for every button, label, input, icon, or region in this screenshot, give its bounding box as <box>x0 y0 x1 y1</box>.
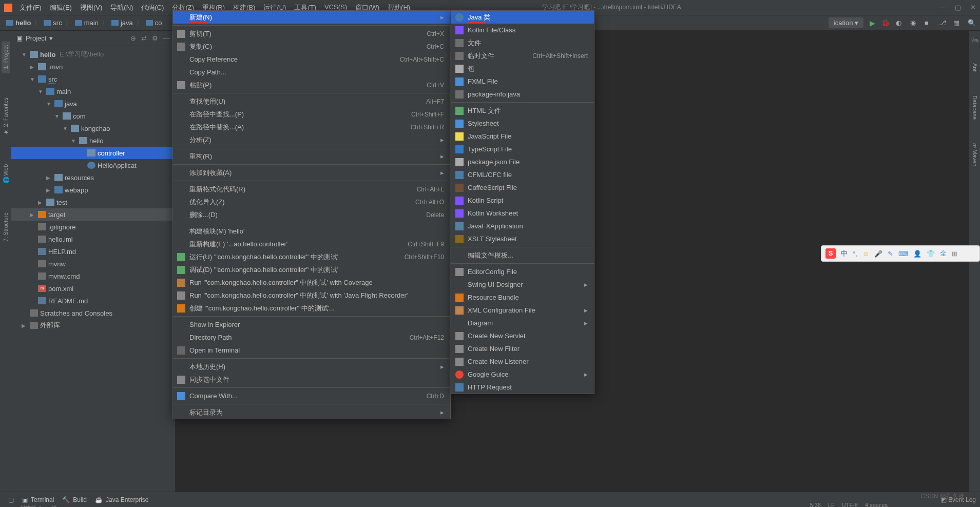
cm2-filter[interactable]: Create New Filter <box>451 342 594 355</box>
cm2-diagram[interactable]: Diagram▸ <box>451 317 594 329</box>
cm2-edittemplates[interactable]: 编辑文件模板... <box>451 249 594 262</box>
ant-icon[interactable]: 🐜 <box>971 36 979 44</box>
ime-shirt-icon[interactable]: 👕 <box>927 250 935 258</box>
cm2-fxml[interactable]: FXML File <box>451 75 594 88</box>
crumb-src[interactable]: src <box>42 19 64 27</box>
ime-grid-icon[interactable]: ⊞ <box>952 250 957 258</box>
tree-root[interactable]: ▼helloE:\学习吧\hello <box>11 48 175 61</box>
cm-runjfr[interactable]: Run '"com.kongchao.hello.controller" 中的测… <box>173 289 450 302</box>
crumb-hello[interactable]: hello <box>4 19 33 27</box>
tab-project[interactable]: 1: Project <box>2 41 10 73</box>
cm2-javascript[interactable]: JavaScript File <box>451 130 594 143</box>
minimize-icon[interactable]: — <box>939 4 946 11</box>
tree-webapp[interactable]: ▶webapp <box>11 184 175 196</box>
tree-gitignore[interactable]: .gitignore <box>11 221 175 233</box>
gear-icon[interactable]: ⚙ <box>152 34 158 42</box>
tree-resources[interactable]: ▶resources <box>11 171 175 184</box>
ime-user-icon[interactable]: 👤 <box>913 250 921 258</box>
sogou-icon[interactable]: S <box>825 248 836 259</box>
tab-structure[interactable]: 7: Structure <box>2 208 10 246</box>
ime-full-icon[interactable]: 全 <box>940 249 947 258</box>
sb-build[interactable]: 🔨 Build <box>58 496 91 503</box>
cm-sync[interactable]: 同步选中文件 <box>173 373 450 386</box>
vcs-icon[interactable]: ⎇ <box>939 19 947 27</box>
ime-keyboard-icon[interactable]: ⌨ <box>898 250 908 258</box>
cm-rebuild[interactable]: 重新构建(E) '...ao.hello.controller'Ctrl+Shi… <box>173 238 450 250</box>
cm-delete[interactable]: 删除...(D)Delete <box>173 208 450 221</box>
stop-icon[interactable]: ■ <box>925 19 933 27</box>
cm2-swing[interactable]: Swing UI Designer▸ <box>451 278 594 291</box>
cm-cut[interactable]: 剪切(T)Ctrl+X <box>173 27 450 40</box>
tree-mvnw[interactable]: mvnw <box>11 258 175 270</box>
cm2-kotlin[interactable]: Kotlin File/Class <box>451 24 594 36</box>
profiler-icon[interactable]: ◉ <box>910 19 918 27</box>
cm-buildmodule[interactable]: 构建模块(M) 'hello' <box>173 225 450 238</box>
menu-navigate[interactable]: 导航(N) <box>107 2 136 13</box>
debug-icon[interactable]: 🐞 <box>881 19 890 27</box>
tree-helpmd[interactable]: HELP.md <box>11 245 175 258</box>
cm-dirpath[interactable]: Directory PathCtrl+Alt+F12 <box>173 331 450 344</box>
cm-optimize[interactable]: 优化导入(Z)Ctrl+Alt+O <box>173 196 450 208</box>
cm-run[interactable]: 运行(U) '"com.kongchao.hello.controller" 中… <box>173 250 450 263</box>
cm2-javaclass[interactable]: Java 类 <box>451 11 594 24</box>
cm2-resbundle[interactable]: Resource Bundle <box>451 291 594 304</box>
tree-iml[interactable]: hello.iml <box>11 233 175 245</box>
cm2-listener[interactable]: Create New Listener <box>451 355 594 368</box>
tree-helloapp[interactable]: HelloApplicat <box>11 159 175 171</box>
cm2-packagejson[interactable]: package.json File <box>451 155 594 168</box>
sb-lineending[interactable]: LF <box>828 502 835 507</box>
tree-readme[interactable]: README.md <box>11 295 175 307</box>
tab-favorites[interactable]: ★ 2: Favorites <box>1 93 10 140</box>
tree-scratches[interactable]: Scratches and Consoles <box>11 307 175 319</box>
tree-src[interactable]: ▼src <box>11 73 175 85</box>
crumb-java[interactable]: java <box>109 19 135 27</box>
crumb-main[interactable]: main <box>73 19 101 27</box>
cm-replaceinpath[interactable]: 在路径中替换...(A)Ctrl+Shift+R <box>173 121 450 133</box>
cm2-xslt[interactable]: XSLT Stylesheet <box>451 232 594 245</box>
cm-findinpath[interactable]: 在路径中查找...(P)Ctrl+Shift+F <box>173 108 450 121</box>
menu-code[interactable]: 代码(C) <box>138 2 167 13</box>
menu-edit[interactable]: 编辑(E) <box>47 2 75 13</box>
cm2-html[interactable]: HTML 文件 <box>451 104 594 117</box>
cm2-ktscript[interactable]: Kotlin Script <box>451 194 594 207</box>
cm-explorer[interactable]: Show in Explorer <box>173 318 450 331</box>
sb-javaee[interactable]: ☕ Java Enterprise <box>91 496 152 503</box>
sb-terminal[interactable]: ▣ Terminal <box>18 496 58 503</box>
cm2-http[interactable]: HTTP Request <box>451 381 594 394</box>
tab-maven[interactable]: m Maven <box>971 139 979 170</box>
cm-findusage[interactable]: 查找使用(U)Alt+F7 <box>173 95 450 108</box>
cm2-servlet[interactable]: Create New Servlet <box>451 329 594 342</box>
ime-pen-icon[interactable]: ✎ <box>888 250 893 258</box>
ime-mic-icon[interactable]: 🎤 <box>874 250 882 258</box>
cm-paste[interactable]: 粘贴(P)Ctrl+V <box>173 79 450 91</box>
cm-markdir[interactable]: 标记目录为▸ <box>173 406 450 419</box>
cm2-guice[interactable]: Google Guice▸ <box>451 368 594 381</box>
sb-indent[interactable]: 4 spaces <box>865 502 888 507</box>
tab-database[interactable]: Database <box>971 91 979 124</box>
cm-copypath[interactable]: Copy Path... <box>173 66 450 79</box>
cm-refactor[interactable]: 重构(R)▸ <box>173 150 450 163</box>
cm2-editorconfig[interactable]: EditorConfig File <box>451 265 594 278</box>
cm2-typescript[interactable]: TypeScript File <box>451 143 594 155</box>
cm2-javafx[interactable]: JavaFXApplication <box>451 220 594 232</box>
tree-test[interactable]: ▶test <box>11 196 175 208</box>
coverage-icon[interactable]: ◐ <box>896 19 904 27</box>
tree-mvn[interactable]: ▶.mvn <box>11 61 175 73</box>
tree-kongchao[interactable]: ▼kongchao <box>11 122 175 134</box>
tree-com[interactable]: ▼com <box>11 110 175 122</box>
tree-java[interactable]: ▼java <box>11 98 175 110</box>
sb-encoding[interactable]: UTF-8 <box>842 502 858 507</box>
tab-web[interactable]: 🌐 Web <box>1 160 10 188</box>
maximize-icon[interactable]: ▢ <box>955 4 961 11</box>
crumb-co[interactable]: co <box>144 19 164 27</box>
cm2-pkginfo[interactable]: package-info.java <box>451 88 594 101</box>
menu-view[interactable]: 视图(V) <box>77 2 105 13</box>
collapse-icon[interactable]: ⇄ <box>141 34 147 42</box>
tree-main[interactable]: ▼main <box>11 85 175 98</box>
sb-position[interactable]: 5:36 <box>810 502 821 507</box>
sb-toggle[interactable]: ▢ <box>4 496 18 503</box>
cm-favorites[interactable]: 添加到收藏(A)▸ <box>173 166 450 179</box>
tree-pom[interactable]: mpom.xml <box>11 282 175 295</box>
cm-create[interactable]: 创建 '"com.kongchao.hello.controller" 中的测试… <box>173 302 450 315</box>
cm2-xmlconfig[interactable]: XML Configuration File▸ <box>451 304 594 317</box>
